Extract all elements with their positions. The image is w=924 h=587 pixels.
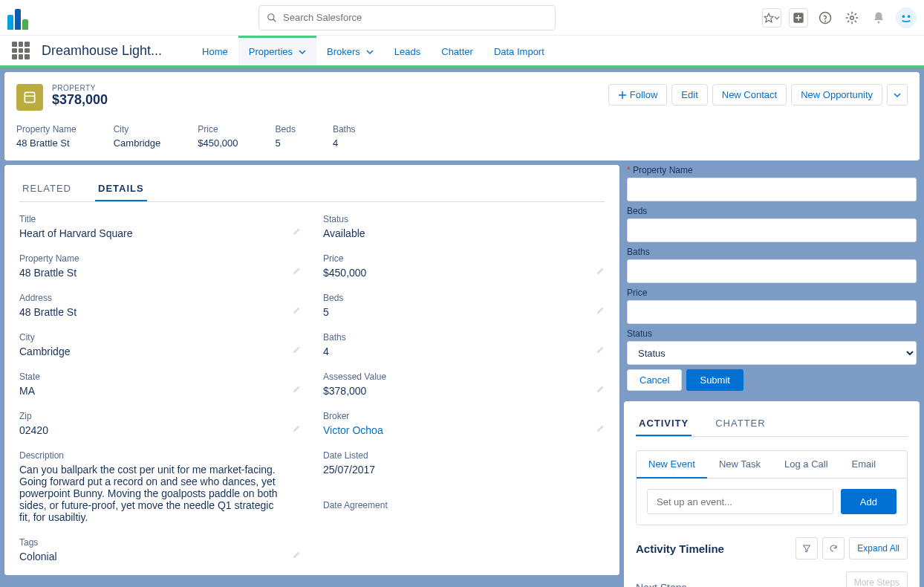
app-name: Dreamhouse Light... [42,43,162,59]
detail-label-state: State [19,372,279,382]
edit-button[interactable]: Edit [671,84,707,106]
hl-label-baths: Baths [333,124,356,134]
detail-value-tags: Colonial [19,551,279,562]
pencil-icon[interactable] [292,306,301,317]
next-steps-title: Next Steps [636,582,686,587]
svg-point-0 [268,13,274,19]
pencil-icon[interactable] [596,267,605,278]
pencil-icon[interactable] [292,227,301,239]
pencil-icon[interactable] [292,346,301,357]
tab-email[interactable]: Email [840,451,888,478]
salesforce-logo [7,6,37,30]
detail-label-zip: Zip [19,411,279,421]
pencil-icon[interactable] [292,267,301,278]
form-label-property-name: * Property Name [627,165,917,175]
detail-label-date-agreement: Date Agreement [323,500,582,510]
more-actions-button[interactable] [887,84,908,106]
tab-activity[interactable]: ACTIVITY [636,412,692,436]
pencil-icon[interactable] [596,346,605,357]
chevron-down-icon [894,91,901,99]
expand-all-button[interactable]: Expand All [849,537,908,560]
form-label-baths: Baths [627,247,917,257]
hl-value-beds: 5 [276,137,296,149]
help-icon[interactable] [816,8,835,27]
nav-leads[interactable]: Leads [384,36,431,65]
baths-input[interactable] [627,259,917,283]
filter-button[interactable] [796,537,818,560]
detail-value-assessed: $378,000 [323,385,582,397]
new-opportunity-button[interactable]: New Opportunity [791,84,882,106]
pencil-icon[interactable] [596,385,605,396]
pencil-icon[interactable] [292,385,301,396]
refresh-icon [829,544,838,553]
add-icon[interactable] [789,8,808,27]
bell-icon[interactable] [869,8,888,27]
event-input[interactable] [647,489,833,514]
nav-data-import[interactable]: Data Import [484,36,555,65]
svg-point-8 [902,15,905,18]
more-steps-button[interactable]: More Steps [846,571,908,587]
detail-label-pname: Property Name [19,253,279,264]
detail-value-price: $450,000 [323,267,582,279]
search-input[interactable] [283,12,547,23]
detail-label-broker: Broker [323,411,582,421]
property-name-input[interactable] [627,178,917,201]
chevron-down-icon [774,15,780,21]
submit-button[interactable]: Submit [686,369,743,391]
record-header: PROPERTY $378,000 Follow Edit New Contac… [4,72,920,160]
nav-brokers[interactable]: Brokers [316,36,384,65]
new-contact-button[interactable]: New Contact [712,84,787,106]
user-avatar[interactable] [896,7,917,28]
refresh-button[interactable] [822,537,845,560]
hl-value-city: Cambridge [114,137,161,149]
nav-home[interactable]: Home [192,36,238,65]
pencil-icon[interactable] [596,424,605,435]
price-input[interactable] [627,300,917,324]
app-launcher-icon[interactable] [12,42,30,59]
detail-label-date-listed: Date Listed [323,450,582,461]
hl-value-baths: 4 [333,137,356,149]
tab-details[interactable]: DETAILS [95,177,147,201]
detail-value-address: 48 Brattle St [19,306,279,318]
svg-line-1 [273,19,276,22]
detail-value-zip: 02420 [19,424,279,436]
detail-label-address: Address [19,293,279,303]
plus-icon [618,91,627,100]
tab-new-task[interactable]: New Task [707,451,772,478]
gear-icon[interactable] [842,8,862,27]
detail-label-price: Price [323,253,582,264]
property-icon [16,84,43,111]
svg-point-6 [850,16,854,19]
nav-properties[interactable]: Properties [238,36,316,65]
tab-log-a-call[interactable]: Log a Call [772,451,840,478]
pencil-icon[interactable] [292,424,301,435]
favorites-icon[interactable] [762,8,781,27]
follow-button[interactable]: Follow [608,84,668,106]
tab-related[interactable]: RELATED [19,177,74,201]
tab-chatter[interactable]: CHATTER [712,412,768,436]
detail-label-status: Status [323,214,582,224]
chevron-down-icon [299,48,306,56]
hl-label-price: Price [198,124,238,134]
hl-value-price: $450,000 [198,137,238,149]
beds-input[interactable] [627,218,917,242]
detail-value-description: Can you ballpark the cost per unit for m… [19,464,279,523]
detail-label-city: City [19,332,279,343]
status-select[interactable]: Status [627,341,917,365]
form-label-price: Price [627,288,917,298]
global-search[interactable] [258,5,556,30]
nav-chatter[interactable]: Chatter [431,36,484,65]
detail-label-baths: Baths [323,332,582,343]
svg-rect-10 [25,92,34,102]
filter-icon [802,544,811,553]
form-label-status: Status [627,328,917,339]
detail-value-broker[interactable]: Victor Ochoa [323,424,582,436]
pencil-icon[interactable] [596,306,605,317]
hl-label-beds: Beds [276,124,296,134]
detail-label-assessed: Assessed Value [323,372,582,382]
cancel-button[interactable]: Cancel [627,369,682,391]
hl-value-property-name: 48 Brattle St [16,137,77,149]
add-button[interactable]: Add [841,489,897,514]
pencil-icon[interactable] [292,551,301,562]
tab-new-event[interactable]: New Event [637,451,707,479]
